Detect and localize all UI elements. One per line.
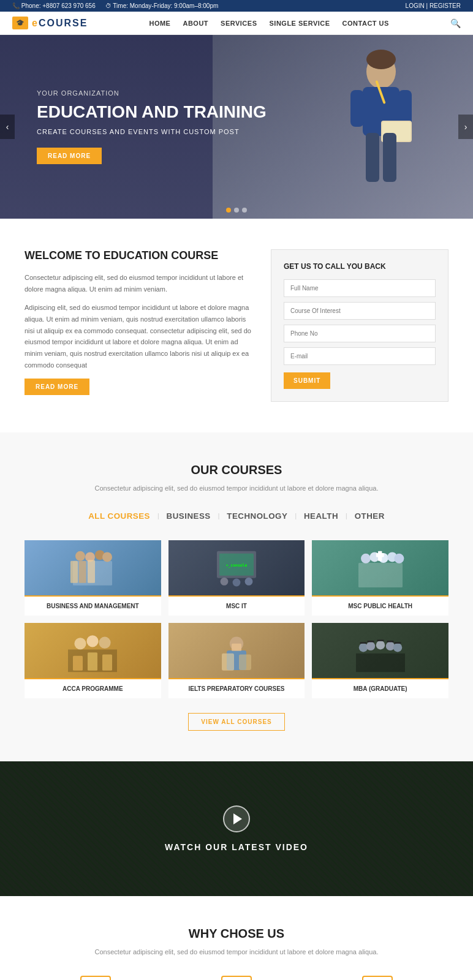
svg-point-45 [366, 641, 374, 650]
why-cards: 🚌 TRANSPORTATION Consectetur adipiscing … [25, 976, 448, 980]
hero-dot-3[interactable] [242, 208, 247, 213]
svg-rect-53 [394, 642, 401, 643]
hero-image [326, 41, 436, 219]
svg-rect-50 [367, 641, 374, 642]
top-bar-left: 📞 Phone: +8807 623 970 656 ⏱ Time: Monda… [12, 2, 218, 9]
svg-rect-49 [360, 642, 366, 643]
course-img-1 [25, 540, 161, 595]
course-img-5 [168, 623, 305, 678]
video-title: WATCH OUR LATEST VIDEO [165, 842, 308, 852]
submit-button[interactable]: SUBMIT [284, 372, 330, 389]
filter-business[interactable]: BUSINESS [159, 509, 218, 523]
course-grid: BUSINESS AND MANAGEMENT >_console MSC IT [25, 540, 448, 698]
svg-rect-31 [376, 553, 384, 557]
svg-text:>_console: >_console [226, 563, 248, 568]
svg-rect-52 [387, 641, 393, 642]
svg-rect-8 [366, 133, 379, 182]
hero-cta-button[interactable]: READ MORE [37, 148, 102, 164]
svg-rect-37 [88, 652, 97, 671]
register-link[interactable]: REGISTER [429, 2, 461, 9]
welcome-title: WELCOME TO EDUCATION COURSE [25, 249, 252, 262]
callback-form: GET US TO CALL YOU BACK SUBMIT [271, 249, 448, 402]
svg-point-11 [75, 551, 85, 560]
why-subtitle: Consectetur adipiscing elit, sed do eius… [25, 947, 448, 958]
login-link[interactable]: LOGIN [406, 2, 425, 9]
course-label-4: ACCA PROGRAMME [25, 678, 161, 698]
hero-dot-1[interactable] [226, 208, 231, 213]
filter-health[interactable]: HEALTH [297, 509, 346, 523]
phone-icon: 📞 [12, 2, 20, 9]
why-card-transportation: 🚌 TRANSPORTATION Consectetur adipiscing … [34, 976, 157, 980]
svg-point-48 [393, 643, 401, 652]
course-img-4 [25, 623, 161, 678]
course-card-3: MSC PUBLIC HEALTH [312, 540, 448, 616]
svg-rect-17 [88, 560, 95, 583]
time-label: Time: [113, 2, 128, 9]
course-img-2: >_console [168, 540, 305, 595]
courses-subtitle: Consectetur adipiscing elit, sed do eius… [25, 483, 448, 494]
svg-rect-15 [70, 560, 78, 582]
svg-point-24 [361, 553, 371, 563]
course-card-6: MBA (GRADUATE) [312, 623, 448, 698]
svg-point-1 [366, 50, 396, 69]
why-title: WHY CHOSE US [25, 927, 448, 941]
why-card-session: 📋 FULL AND PARTIAL SESSION Consectetur a… [175, 976, 298, 980]
nav-home[interactable]: HOME [149, 20, 170, 27]
hero-subtitle: YOUR ORGANIZATION [37, 89, 267, 97]
phone-input[interactable] [284, 325, 436, 342]
svg-point-28 [394, 553, 404, 563]
courses-title: OUR COURSES [25, 463, 448, 477]
phone-value: +8807 623 970 656 [42, 2, 95, 9]
view-all-courses-button[interactable]: VIEW ALL COURSES [188, 713, 284, 731]
nav-single-service[interactable]: SINGLE SERVICE [270, 20, 330, 27]
course-card-4: ACCA PROGRAMME [25, 623, 161, 698]
logo: 🎓 eCOURSE [12, 17, 88, 29]
why-section: WHY CHOSE US Consectetur adipiscing elit… [0, 896, 473, 980]
student-svg [344, 47, 418, 219]
nav-about[interactable]: ABOUT [183, 20, 208, 27]
svg-rect-29 [358, 563, 403, 587]
course-label-5: IELTS PREPARATORY COURSES [168, 678, 305, 698]
svg-rect-51 [377, 639, 384, 641]
course-input[interactable] [284, 302, 436, 320]
filter-all-courses[interactable]: ALL COURSES [81, 509, 157, 523]
header: 🎓 eCOURSE HOME ABOUT SERVICES SINGLE SER… [0, 12, 473, 35]
course-label-1: BUSINESS AND MANAGEMENT [25, 595, 161, 616]
top-bar: 📞 Phone: +8807 623 970 656 ⏱ Time: Monda… [0, 0, 473, 12]
svg-rect-9 [383, 133, 396, 182]
main-nav: HOME ABOUT SERVICES SINGLE SERVICE CONTA… [149, 20, 388, 27]
filter-other[interactable]: OTHER [347, 509, 392, 523]
nav-contact[interactable]: CONTACT US [342, 20, 389, 27]
email-input[interactable] [284, 347, 436, 365]
course-label-3: MSC PUBLIC HEALTH [312, 595, 448, 616]
canteen-icon: 🍽 [362, 976, 393, 980]
svg-point-47 [385, 641, 394, 650]
hero-dot-2[interactable] [234, 208, 239, 213]
phone-info: 📞 Phone: +8807 623 970 656 [12, 2, 96, 9]
svg-point-46 [376, 641, 384, 649]
filter-technology[interactable]: TECHNOLOGY [219, 509, 295, 523]
logo-text: eCOURSE [32, 18, 88, 29]
why-card-canteen: 🍽 FOOD CANTEEN PROVIDED Consectetur adip… [316, 976, 439, 980]
course-filter: ALL COURSES | BUSINESS | TECHNOLOGY | HE… [25, 509, 448, 523]
course-label-2: MSC IT [168, 595, 305, 616]
svg-rect-43 [232, 643, 241, 650]
svg-rect-16 [79, 560, 86, 582]
svg-point-23 [245, 578, 253, 586]
full-name-input[interactable] [284, 279, 436, 297]
welcome-content: WELCOME TO EDUCATION COURSE Consectetur … [25, 249, 252, 402]
nav-services[interactable]: SERVICES [221, 20, 257, 27]
form-title: GET US TO CALL YOU BACK [284, 262, 436, 271]
search-button[interactable]: 🔍 [450, 18, 461, 28]
welcome-read-more-button[interactable]: READ MORE [25, 379, 89, 395]
svg-rect-54 [356, 653, 405, 671]
welcome-section: WELCOME TO EDUCATION COURSE Consectetur … [0, 219, 473, 432]
hero-section: YOUR ORGANIZATION EDUCATION AND TRAINING… [0, 35, 473, 219]
hero-next-button[interactable]: › [458, 115, 473, 139]
svg-rect-38 [102, 654, 112, 670]
time-info: ⏱ Time: Monday-Friday: 9:00am–8:00pm [105, 2, 219, 9]
welcome-para-1: Consectetur adipiscing elit, sed do eius… [25, 272, 252, 295]
course-card-2: >_console MSC IT [168, 540, 305, 616]
play-video-button[interactable] [223, 805, 250, 832]
course-card-1: BUSINESS AND MANAGEMENT [25, 540, 161, 616]
